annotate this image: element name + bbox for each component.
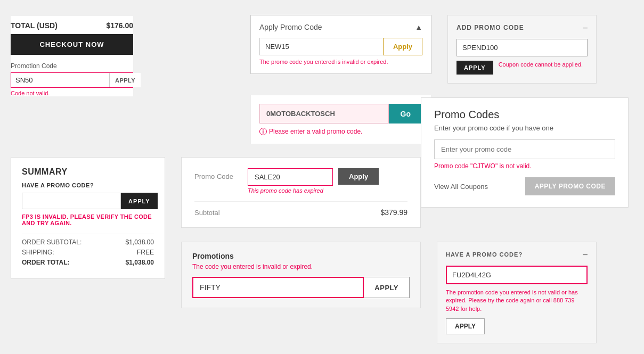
minus-icon[interactable]: – [583, 23, 588, 32]
promotions-input-row: APPLY [192, 277, 410, 298]
promo-codes-error: Promo code "CJTWO" is not valid. [434, 162, 615, 170]
valid-promo-error: i Please enter a valid promo code. [259, 128, 422, 135]
center-mid-panel: Go i Please enter a valid promo code. [250, 95, 431, 144]
subtotal-label: Subtotal [194, 209, 220, 217]
sale-apply-button[interactable]: Apply [338, 168, 379, 185]
view-all-coupons-link[interactable]: View All Coupons [434, 183, 488, 191]
shipping-label: SHIPPING: [22, 249, 54, 256]
fu-error-message: The promotion code you entered is not va… [446, 289, 588, 313]
have-promo-label: HAVE A PROMO CODE? [22, 182, 154, 188]
shipping-value: FREE [137, 249, 154, 256]
order-total-row: ORDER TOTAL: $1,038.00 [22, 259, 154, 266]
apply-promo-header[interactable]: Apply Promo Code ▲ [259, 23, 422, 31]
expired-message: This promo code has expired [248, 187, 333, 194]
center-top-input-row: Apply [259, 38, 422, 55]
promotions-panel: Promotions The code you entered is inval… [181, 242, 421, 308]
topleft-panel: TOTAL (USD) $176.00 CHECKOUT NOW Promoti… [11, 16, 133, 96]
center-top-promo-input[interactable] [259, 38, 383, 55]
summary-panel: SUMMARY HAVE A PROMO CODE? APPLY FP3 IS … [11, 157, 165, 279]
have-promo-header-label: HAVE A PROMO CODE? [446, 251, 523, 258]
promotions-input[interactable] [192, 277, 364, 298]
subtotal-row: Subtotal $379.99 [194, 201, 407, 217]
promotion-code-input[interactable] [11, 73, 109, 87]
moto-input-row: Go [259, 104, 422, 124]
sale-promo-row: Promo Code This promo code has expired A… [194, 168, 407, 194]
valid-promo-error-text: Please enter a valid promo code. [269, 128, 362, 135]
have-promo-header: HAVE A PROMO CODE? – [446, 250, 588, 259]
apply-promo-label: Apply Promo Code [259, 23, 322, 31]
summary-title: SUMMARY [22, 167, 154, 177]
center-top-panel: Apply Promo Code ▲ Apply The promo code … [250, 15, 431, 74]
sale-input-wrap: This promo code has expired [248, 168, 333, 194]
add-promo-label: ADD PROMO CODE [456, 24, 524, 31]
add-promo-header: ADD PROMO CODE – [456, 23, 588, 32]
right-top-apply-button[interactable]: APPLY [456, 61, 493, 75]
info-icon: i [259, 128, 267, 135]
spend100-input[interactable] [456, 39, 588, 56]
promotions-title: Promotions [192, 252, 410, 260]
moto-promo-input[interactable] [259, 104, 389, 124]
summary-promo-input[interactable] [22, 193, 121, 209]
order-total-label: ORDER TOTAL: [22, 259, 70, 266]
total-row: TOTAL (USD) $176.00 [11, 16, 133, 34]
order-subtotal-label: ORDER SUBTOTAL: [22, 238, 81, 246]
order-subtotal-row: ORDER SUBTOTAL: $1,038.00 [22, 238, 154, 246]
code-invalid-message: Code not valid. [11, 90, 133, 96]
right-top-panel: ADD PROMO CODE – APPLY Coupon code canno… [447, 15, 597, 84]
total-label: TOTAL (USD) [11, 21, 58, 30]
right-top-apply-row: APPLY Coupon code cannot be applied. [456, 61, 588, 75]
checkout-button[interactable]: CHECKOUT NOW [11, 34, 133, 55]
center-top-error: The promo code you entered is invalid or… [259, 59, 422, 65]
have-promo-minus-icon[interactable]: – [583, 250, 588, 259]
subtotal-value: $379.99 [380, 208, 407, 217]
coupon-error-message: Coupon code cannot be applied. [499, 61, 583, 68]
center-bot-panel: Promo Code This promo code has expired A… [181, 157, 421, 228]
total-value: $176.00 [106, 21, 133, 30]
center-top-apply-button[interactable]: Apply [383, 38, 422, 55]
order-subtotal-value: $1,038.00 [126, 238, 154, 246]
order-total-value: $1,038.00 [126, 259, 154, 266]
promotions-error: The code you entered is invalid or expir… [192, 263, 410, 270]
go-button[interactable]: Go [389, 104, 422, 124]
shipping-row: SHIPPING: FREE [22, 249, 154, 256]
right-mid-panel: Promo Codes Enter your promo code if you… [421, 97, 629, 208]
summary-apply-button[interactable]: APPLY [121, 193, 158, 209]
promo-codes-subtitle: Enter your promo code if you have one [434, 124, 615, 132]
promo-codes-title: Promo Codes [434, 109, 615, 121]
summary-promo-row: APPLY [22, 193, 154, 209]
fu-promo-input[interactable] [446, 266, 588, 284]
right-bot-apply-button[interactable]: APPLY [446, 318, 485, 334]
promo-codes-bottom: View All Coupons APPLY PROMO CODE [434, 177, 615, 195]
right-bot-panel: HAVE A PROMO CODE? – The promotion code … [437, 242, 597, 343]
sale-promo-input[interactable] [248, 168, 333, 186]
sale-promo-label: Promo Code [194, 168, 242, 180]
promotions-apply-button[interactable]: APPLY [364, 277, 410, 298]
promotion-code-label: Promotion Code [11, 62, 133, 70]
fp3-error-message: FP3 IS INVALID. PLEASE VERIFY THE CODE A… [22, 213, 154, 226]
apply-promo-code-button[interactable]: APPLY PROMO CODE [525, 177, 615, 195]
chevron-up-icon: ▲ [415, 23, 422, 31]
promotion-code-row: APPLY [11, 72, 133, 88]
promo-codes-input[interactable] [434, 139, 615, 159]
promotion-apply-button[interactable]: APPLY [109, 73, 141, 87]
